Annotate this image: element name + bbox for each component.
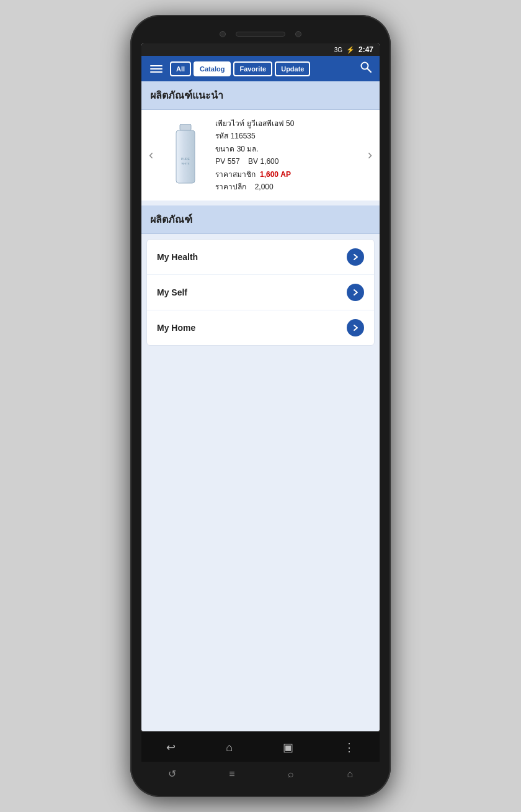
svg-line-1: [368, 69, 372, 73]
products-section-header: ผลิตภัณฑ์: [141, 205, 380, 234]
featured-section-header: ผลิตภัณฑ์แนะนำ: [141, 81, 380, 110]
category-arrow-my-health[interactable]: [347, 248, 364, 266]
soft-menu-button[interactable]: ≡: [223, 766, 241, 782]
product-name: เพียวไวท์ ยูวีเอสพีเอฟ 50: [215, 117, 360, 130]
speaker-grill: [236, 32, 285, 37]
category-label-my-health: My Health: [157, 252, 198, 262]
search-button[interactable]: [357, 60, 375, 78]
category-label-my-home: My Home: [157, 323, 195, 333]
hamburger-line-1: [150, 65, 163, 66]
product-image: PURE WHITE: [161, 124, 210, 186]
carousel-prev-button[interactable]: ‹: [146, 147, 156, 163]
hamburger-menu-button[interactable]: [146, 63, 166, 75]
phone-device: 3G ⚡ 2:47 All Catalog Favorite Update: [130, 15, 391, 797]
search-icon: [360, 61, 372, 73]
signal-indicator: 3G: [334, 47, 342, 53]
hw-home-button[interactable]: ⌂: [220, 739, 239, 757]
svg-rect-2: [180, 124, 191, 130]
battery-icon: ⚡: [346, 46, 355, 54]
tab-update[interactable]: Update: [275, 61, 310, 76]
products-section: ผลิตภัณฑ์ My Health My Self: [141, 205, 380, 346]
front-camera-dot: [295, 31, 301, 37]
member-price-value: 1,600 AP: [260, 170, 291, 179]
nav-tabs: All Catalog Favorite Update: [170, 61, 354, 76]
hw-recent-button[interactable]: ▣: [277, 738, 300, 757]
soft-keys: ↺ ≡ ⌕ ⌂: [141, 762, 380, 785]
hamburger-line-3: [150, 71, 163, 73]
phone-bottom-hardware: ↩ ⌂ ▣ ⋮ ↺ ≡ ⌕ ⌂: [141, 731, 380, 785]
phone-screen: 3G ⚡ 2:47 All Catalog Favorite Update: [141, 43, 380, 731]
category-item-my-home[interactable]: My Home: [147, 310, 374, 345]
tab-all[interactable]: All: [170, 61, 191, 76]
phone-top-hardware: [141, 27, 380, 43]
product-pv: PV 557: [215, 157, 239, 166]
product-bottle-image: PURE WHITE: [170, 124, 201, 186]
soft-back-button[interactable]: ↺: [162, 765, 182, 782]
hardware-nav-bar: ↩ ⌂ ▣ ⋮: [141, 731, 380, 762]
clock: 2:47: [358, 45, 373, 54]
wholesale-price-value: 2,000: [255, 183, 274, 191]
soft-home-button[interactable]: ⌂: [341, 766, 360, 782]
svg-text:PURE: PURE: [181, 157, 190, 161]
hw-menu-button[interactable]: ⋮: [337, 738, 361, 757]
category-label-my-self: My Self: [157, 287, 187, 297]
product-code: รหัส 116535: [215, 130, 360, 142]
status-bar: 3G ⚡ 2:47: [141, 43, 380, 56]
product-info: เพียวไวท์ ยูวีเอสพีเอฟ 50 รหัส 116535 ขน…: [215, 117, 360, 193]
category-arrow-my-home[interactable]: [347, 319, 364, 336]
hw-back-button[interactable]: ↩: [160, 738, 182, 757]
product-member-price-row: ราคาสมาชิก 1,600 AP: [215, 168, 360, 181]
product-wholesale-price-row: ราคาปลีก 2,000: [215, 181, 360, 193]
carousel-next-button[interactable]: ›: [365, 147, 375, 163]
tab-favorite[interactable]: Favorite: [233, 61, 272, 76]
wholesale-price-label: ราคาปลีก: [215, 183, 246, 191]
category-item-my-health[interactable]: My Health: [147, 240, 374, 275]
product-carousel: ‹ PURE WHITE: [141, 110, 380, 201]
chevron-right-icon: [352, 253, 359, 261]
product-bv: BV 1,600: [248, 157, 278, 166]
app-content: ผลิตภัณฑ์แนะนำ ‹: [141, 81, 380, 731]
product-size: ขนาด 30 มล.: [215, 143, 360, 155]
hamburger-line-2: [150, 68, 163, 70]
chevron-right-icon: [352, 289, 359, 296]
camera-dot: [220, 31, 226, 37]
svg-text:WHITE: WHITE: [182, 162, 190, 165]
category-arrow-my-self[interactable]: [347, 284, 364, 301]
category-item-my-self[interactable]: My Self: [147, 275, 374, 310]
category-list: My Health My Self: [146, 239, 375, 346]
tab-catalog[interactable]: Catalog: [194, 61, 231, 76]
chevron-right-icon: [352, 324, 359, 332]
product-pv-bv: PV 557 BV 1,600: [215, 155, 360, 168]
app-navbar: All Catalog Favorite Update: [141, 56, 380, 81]
soft-search-button[interactable]: ⌕: [282, 766, 300, 782]
member-price-label: ราคาสมาชิก: [215, 170, 256, 179]
